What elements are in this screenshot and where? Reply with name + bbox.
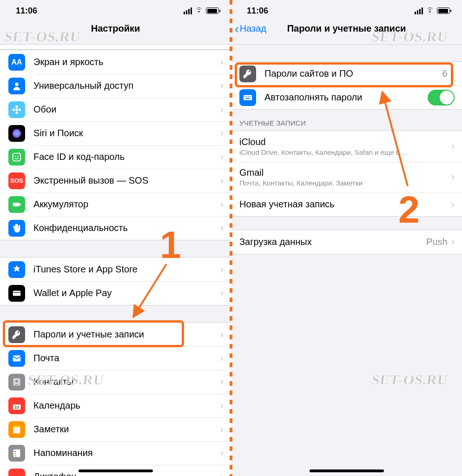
chevron-right-icon: › [220,56,224,68]
row-label: Загрузка данных [239,237,426,247]
chevron-right-icon: › [220,329,224,341]
website-passwords-row[interactable]: Пароли сайтов и ПО 6 › [231,62,462,86]
svg-rect-24 [13,449,20,457]
accessibility-icon [8,78,25,94]
svg-rect-33 [246,96,247,97]
notes-icon [8,421,25,438]
settings-row-battery[interactable]: Аккумулятор› [0,192,231,216]
svg-rect-31 [244,95,252,100]
svg-rect-12 [13,291,21,296]
chevron-right-icon: › [451,68,455,80]
autofill-toggle[interactable] [428,90,455,106]
chevron-right-icon: › [451,171,455,183]
chevron-right-icon: › [220,447,224,459]
cellular-icon [415,7,423,14]
passwords-accounts-screen: 11:06 ‹ Назад Пароли и учетные записи [231,0,462,476]
key-icon [239,66,256,82]
chevron-right-icon: › [220,127,224,139]
svg-point-8 [15,155,16,156]
settings-row-display[interactable]: AAЭкран и яркость› [0,50,231,74]
settings-row-wallet[interactable]: Wallet и Apple Pay› [0,281,231,305]
settings-row-notes[interactable]: Заметки› [0,417,231,441]
row-label: Пароли сайтов и ПО [264,68,442,79]
settings-row-itunes[interactable]: iTunes Store и App Store› [0,258,231,281]
chevron-right-icon: › [220,352,224,364]
account-title: Gmail [239,167,451,178]
status-icons [184,7,219,15]
row-label: iTunes Store и App Store [33,264,220,275]
svg-point-25 [14,450,16,452]
home-indicator [310,469,384,472]
chevron-right-icon: › [220,175,224,187]
keyboard-icon [239,89,256,106]
calendar-icon: 10 [8,397,25,414]
back-button[interactable]: ‹ Назад [235,23,266,34]
settings-row-sos[interactable]: SOSЭкстренный вызов — SOS› [0,169,231,192]
svg-point-3 [15,111,18,114]
svg-rect-36 [245,98,250,99]
sos-icon: SOS [8,172,25,189]
chevron-right-icon: › [451,140,455,152]
status-time: 11:06 [247,6,268,16]
add-account-row[interactable]: Новая учетная запись› [231,192,462,216]
svg-rect-7 [13,153,21,161]
row-label: Напоминания [33,448,220,458]
row-label: Контакты [33,377,220,387]
settings-row-contacts[interactable]: Контакты› [0,370,231,394]
settings-row-wallpaper[interactable]: Обои› [0,98,231,121]
reminders-icon [8,445,25,462]
settings-row-passwords[interactable]: Пароли и учетные записи› [0,323,231,346]
settings-row-reminders[interactable]: Напоминания› [0,441,231,465]
home-indicator [79,469,153,472]
battery-icon [8,196,25,213]
account-row-icloud[interactable]: iCloudiCloud Drive, Контакты, Календари,… [231,131,462,162]
settings-row-calendar[interactable]: 10Календарь› [0,394,231,417]
account-title: iCloud [239,137,451,147]
svg-point-4 [13,108,15,111]
privacy-icon [8,220,25,237]
settings-row-privacy[interactable]: Конфиденциальность› [0,216,231,240]
settings-row-siri[interactable]: Siri и Поиск› [0,121,231,145]
chevron-right-icon: › [220,471,224,476]
display-icon: AA [8,54,25,71]
chevron-right-icon: › [220,80,224,92]
account-subtitle: Почта, Контакты, Календари, Заметки [239,179,451,187]
svg-point-2 [15,105,18,108]
chevron-right-icon: › [220,400,224,412]
svg-rect-34 [248,96,249,97]
settings-row-accessibility[interactable]: Универсальный доступ› [0,74,231,98]
row-label: Конфиденциальность [33,223,220,233]
battery-icon [437,7,450,14]
passwords-icon [8,326,25,343]
accounts-section-header: УЧЕТНЫЕ ЗАПИСИ [231,110,462,131]
row-label: Универсальный доступ [33,80,220,91]
chevron-right-icon: › [220,104,224,116]
svg-point-0 [15,82,18,86]
row-label: Face ID и код-пароль [33,152,220,162]
chevron-right-icon: › [451,198,455,211]
svg-point-6 [13,129,21,137]
settings-row-mail[interactable]: Почта› [0,346,231,370]
svg-rect-11 [20,204,21,205]
svg-point-26 [14,453,16,454]
fetch-new-data-row[interactable]: Загрузка данных Push › [231,230,462,254]
nav-header: ‹ Назад Пароли и учетные записи [231,21,462,45]
svg-rect-18 [13,402,21,404]
row-label: Аккумулятор [33,199,220,210]
chevron-right-icon: › [220,423,224,436]
svg-rect-28 [15,473,18,476]
chevron-right-icon: › [220,198,224,211]
account-row-gmail[interactable]: GmailПочта, Контакты, Календари, Заметки… [231,162,462,192]
row-label: Siri и Поиск [33,128,220,139]
svg-point-5 [19,108,21,111]
svg-rect-21 [13,425,20,427]
itunes-icon [8,261,25,278]
chevron-left-icon: ‹ [235,24,239,33]
row-detail: Push [426,237,448,247]
passwords-group: Пароли сайтов и ПО 6 › Автозаполнять пар… [231,61,462,110]
settings-row-faceid[interactable]: Face ID и код-пароль› [0,145,231,169]
status-bar: 11:06 [0,0,231,21]
chevron-right-icon: › [220,222,224,234]
row-label: Пароли и учетные записи [33,329,220,340]
autofill-passwords-row[interactable]: Автозаполнять пароли [231,86,462,109]
